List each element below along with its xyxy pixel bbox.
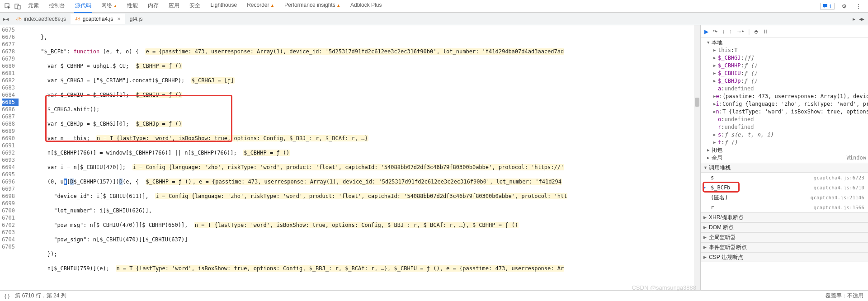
scrollbar-thumb[interactable] (695, 98, 699, 107)
tab-network[interactable]: 网络 (100, 0, 118, 13)
devtools-topbar: 元素 控制台 源代码 网络 性能 内存 应用 安全 Lighthouse Rec… (0, 0, 868, 13)
scope-panel: ▼本地 ▶this: T ▶$_CBHGJ: [ƒ] ▶$_CBHHP: ƒ (… (701, 38, 868, 163)
callstack-frame[interactable]: (匿名)gcaptcha4.js:21146 (701, 193, 868, 202)
vertical-scrollbar[interactable] (694, 25, 700, 290)
cursor-position: 第 6710 行，第 24 列 (15, 292, 66, 300)
js-file-icon: JS (75, 16, 80, 21)
tab-memory[interactable]: 内存 (147, 0, 160, 13)
tab-recorder[interactable]: Recorder (246, 0, 275, 13)
tab-adblock[interactable]: Adblock Plus (349, 0, 382, 13)
tab-lighthouse[interactable]: Lighthouse (209, 0, 238, 13)
tab-elements[interactable]: 元素 (27, 0, 40, 13)
callstack-frame[interactable]: rgcaptcha4.js:1566 (701, 202, 868, 212)
coverage-status: 覆盖率：不适用 (826, 292, 863, 300)
file-tab-index[interactable]: JSindex.ae3fec8e.js (12, 14, 71, 24)
file-tab-gcaptcha4[interactable]: JSgcaptcha4.js× (71, 14, 125, 24)
pretty-print-icon[interactable]: { } (5, 293, 9, 299)
svg-rect-2 (18, 5, 20, 9)
step-into-icon[interactable]: ↓ (722, 28, 725, 35)
tab-application[interactable]: 应用 (168, 0, 180, 13)
resume-icon[interactable]: ▶ (704, 28, 708, 35)
tab-performance[interactable]: 性能 (126, 0, 139, 13)
callstack-frame-current[interactable]: $_BCFbgcaptcha4.js:6710 (701, 183, 868, 193)
callstack-frame[interactable]: sgcaptcha4.js:6723 (701, 173, 868, 183)
sidebar-toggle-icon[interactable]: ◂▸ (859, 16, 864, 22)
callstack-list: sgcaptcha4.js:6723 $_BCFbgcaptcha4.js:67… (701, 173, 868, 212)
section-global[interactable]: ▶全局监听器 (701, 232, 868, 242)
tab-perfinsights[interactable]: Performance insights (283, 0, 341, 13)
code-content[interactable]: }, "$_BCFb": function (e, t, o) { e = {p… (19, 25, 694, 290)
current-exec-line: 6685 (2, 99, 19, 106)
section-xhr[interactable]: ▶XHR/提取断点 (701, 212, 868, 222)
step-over-icon[interactable]: ↷ (713, 28, 717, 35)
file-tab-gt4[interactable]: gt4.js (125, 14, 147, 24)
messages-badge[interactable]: 1 (820, 3, 835, 10)
debugger-sidebar: ▶ ↷ ↓ ↑ →• | ⬘ ⏸ ▼本地 ▶this: T ▶$_CBHGJ: … (701, 25, 868, 290)
js-file-icon: JS (16, 16, 22, 21)
tab-console[interactable]: 控制台 (48, 0, 66, 13)
section-event[interactable]: ▶事件监听器断点 (701, 242, 868, 252)
deactivate-breakpoints-icon[interactable]: ⬘ (754, 28, 758, 35)
debug-toolbar: ▶ ↷ ↓ ↑ →• | ⬘ ⏸ (701, 25, 868, 38)
line-gutter[interactable]: 6675667666776678667966806681668266836684… (0, 25, 19, 290)
panel-tabs: 元素 控制台 源代码 网络 性能 内存 应用 安全 Lighthouse Rec… (27, 0, 820, 13)
navigator-toggle-icon[interactable]: ▸◂ (0, 16, 12, 22)
step-icon[interactable]: →• (736, 28, 744, 35)
close-icon[interactable]: × (117, 15, 121, 22)
gear-icon[interactable]: ⚙ (839, 1, 849, 11)
section-csp[interactable]: ▶CSP 违规断点 (701, 252, 868, 262)
status-bar: { } 第 6710 行，第 24 列 覆盖率：不适用 (0, 290, 868, 301)
device-icon[interactable] (13, 1, 23, 11)
tab-sources[interactable]: 源代码 (74, 0, 92, 13)
section-callstack[interactable]: ▼调用堆栈 (701, 163, 868, 173)
step-out-icon[interactable]: ↑ (729, 28, 732, 35)
file-tabs-bar: ▸◂ JSindex.ae3fec8e.js JSgcaptcha4.js× g… (0, 13, 868, 25)
pause-exceptions-icon[interactable]: ⏸ (763, 28, 768, 35)
code-editor: 6675667666776678667966806681668266836684… (0, 25, 701, 290)
kebab-icon[interactable]: ⋮ (854, 1, 863, 11)
more-tabs-icon[interactable]: ▸ (853, 16, 855, 22)
section-dom[interactable]: ▶DOM 断点 (701, 222, 868, 232)
tab-security[interactable]: 安全 (189, 0, 201, 13)
inspect-icon[interactable] (3, 1, 13, 11)
